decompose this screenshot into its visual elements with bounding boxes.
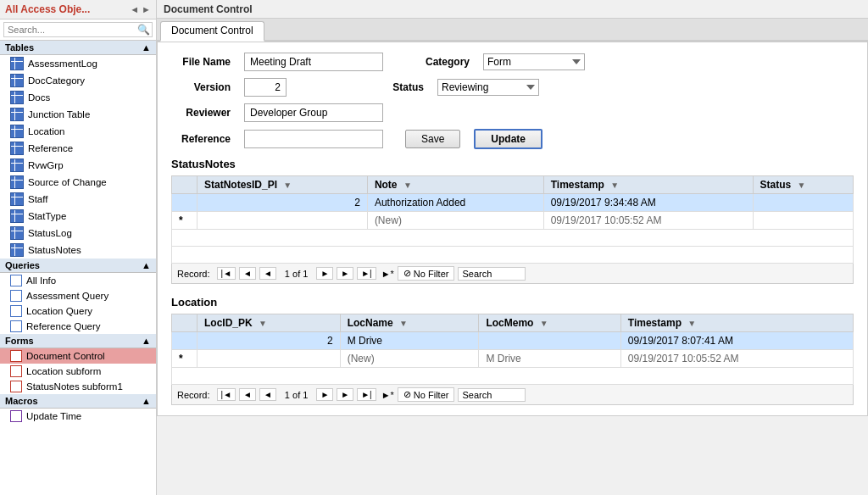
nav-next-btn2[interactable]: ► <box>337 267 353 280</box>
reviewer-label: Reviewer <box>171 107 231 119</box>
sidebar-item-statuslog[interactable]: StatusLog <box>0 225 156 242</box>
section-queries: Queries ▲ <box>0 259 156 273</box>
sidebar-item-statusnotessubform[interactable]: StatusNotes subform1 <box>0 379 156 394</box>
sidebar-item-doccategory[interactable]: DocCategory <box>0 72 156 89</box>
sidebar-item-documentcontrol[interactable]: Document Control <box>0 348 156 364</box>
file-name-label: File Name <box>171 56 231 68</box>
version-input[interactable] <box>244 78 287 97</box>
cell-note: Authorization Added <box>367 194 543 212</box>
sidebar-item-docs[interactable]: Docs <box>0 89 156 106</box>
sidebar-item-label: All Info <box>26 275 56 286</box>
sidebar-item-updatetime[interactable]: Update Time <box>0 409 156 424</box>
col-loc-indicator <box>172 314 198 332</box>
queries-list: All Info Assessment Query Location Query… <box>0 273 156 334</box>
status-select[interactable]: Reviewing Approved Pending Rejected <box>437 79 539 96</box>
sidebar-item-stattype[interactable]: StatType <box>0 208 156 225</box>
sidebar-item-locationquery[interactable]: Location Query <box>0 303 156 319</box>
sidebar-item-sourceofchange[interactable]: Source of Change <box>0 174 156 191</box>
row-reviewer: Reviewer <box>171 103 854 122</box>
nav-next-btn2[interactable]: ► <box>337 388 353 401</box>
sort-icon: ▼ <box>610 181 619 190</box>
sidebar-header: All Access Obje... ◄ ► <box>0 0 156 19</box>
statusnotes-nav-bar: Record: |◄ ◄ ◄ 1 of 1 ► ► ►| ►* ⊘ No Fil… <box>171 264 854 284</box>
tables-collapse-icon[interactable]: ▲ <box>142 42 151 53</box>
table-row[interactable]: * (New) 09/19/2017 10:05:52 AM <box>172 212 854 230</box>
col-loc-id[interactable]: LocID_PK ▼ <box>198 314 341 332</box>
nav-last-btn[interactable]: ►| <box>357 267 376 280</box>
cell-note: (New) <box>367 212 543 230</box>
file-name-input[interactable] <box>244 53 383 71</box>
form-icon <box>10 365 22 377</box>
filter-button[interactable]: ⊘ No Filter <box>398 266 455 281</box>
tab-strip: Document Control <box>157 19 868 42</box>
query-icon <box>10 305 22 317</box>
sidebar-item-staff[interactable]: Staff <box>0 191 156 208</box>
table-icon <box>10 159 24 172</box>
search-input[interactable] <box>3 22 153 37</box>
col-loc-name[interactable]: LocName ▼ <box>340 314 479 332</box>
queries-collapse-icon[interactable]: ▲ <box>142 260 151 270</box>
nav-next-btn[interactable]: ► <box>316 267 333 280</box>
col-statnotes-pk[interactable]: StatNotesID_PI ▼ <box>198 176 368 194</box>
table-row[interactable]: 2 Authorization Added 09/19/2017 9:34:48… <box>172 194 854 212</box>
table-icon <box>10 108 24 121</box>
sidebar-item-assessmentlog[interactable]: AssessmentLog <box>0 55 156 72</box>
nav-search-input[interactable] <box>458 388 526 402</box>
sidebar-item-label: DocCategory <box>28 75 85 86</box>
sidebar-item-referencequery[interactable]: Reference Query <box>0 319 156 334</box>
reviewer-input[interactable] <box>244 103 383 122</box>
cell-loc-timestamp: 09/19/2017 8:07:41 AM <box>620 332 853 350</box>
table-row[interactable]: * (New) M Drive 09/19/2017 10:05:52 AM <box>172 350 854 368</box>
col-statnotes-id <box>172 176 198 194</box>
col-note[interactable]: Note ▼ <box>367 176 543 194</box>
reference-label: Reference <box>171 133 231 145</box>
forms-collapse-icon[interactable]: ▲ <box>142 336 151 346</box>
sidebar-item-assessmentquery[interactable]: Assessment Query <box>0 288 156 303</box>
sidebar-search-container: 🔍 <box>0 19 156 41</box>
col-loc-timestamp[interactable]: Timestamp ▼ <box>620 314 853 332</box>
sidebar-item-statusnotes[interactable]: StatusNotes <box>0 242 156 259</box>
macro-icon <box>10 410 22 422</box>
sidebar-item-label: AssessmentLog <box>28 58 97 69</box>
sidebar-item-label: StatusNotes subform1 <box>26 381 123 392</box>
update-button[interactable]: Update <box>474 129 542 149</box>
reference-input[interactable] <box>244 130 383 148</box>
status-select-wrapper: Reviewing Approved Pending Rejected <box>437 79 539 96</box>
cell-loc-name: (New) <box>340 350 479 368</box>
save-button[interactable]: Save <box>405 130 460 148</box>
sidebar-item-allinfo[interactable]: All Info <box>0 273 156 288</box>
nav-prev-btn[interactable]: ◄ <box>239 388 256 401</box>
macros-label: Macros <box>5 396 38 406</box>
filter-icon: ⊘ <box>403 389 411 400</box>
nav-prev-btn2[interactable]: ◄ <box>259 267 276 280</box>
col-loc-memo[interactable]: LocMemo ▼ <box>479 314 620 332</box>
nav-prev-btn[interactable]: ◄ <box>239 267 256 280</box>
sidebar-item-location[interactable]: Location <box>0 123 156 140</box>
statusnotes-table: StatNotesID_PI ▼ Note ▼ Timestamp ▼ Stat… <box>171 175 854 264</box>
nav-last-btn[interactable]: ►| <box>357 388 376 401</box>
tab-document-control[interactable]: Document Control <box>160 21 264 42</box>
statusnotes-header-row: StatNotesID_PI ▼ Note ▼ Timestamp ▼ Stat… <box>172 176 854 194</box>
category-select-wrapper: Form Document Spreadsheet Other <box>483 53 585 70</box>
table-row-empty <box>172 247 854 264</box>
table-icon <box>10 226 24 240</box>
nav-next-btn[interactable]: ► <box>316 388 333 401</box>
sidebar-item-reference[interactable]: Reference <box>0 140 156 157</box>
col-status[interactable]: Status ▼ <box>753 176 853 194</box>
table-icon <box>10 74 24 87</box>
category-select[interactable]: Form Document Spreadsheet Other <box>483 53 585 70</box>
nav-prev-btn2[interactable]: ◄ <box>259 388 276 401</box>
sidebar-item-rvwgrp[interactable]: RvwGrp <box>0 157 156 174</box>
filter-button[interactable]: ⊘ No Filter <box>398 387 455 402</box>
nav-first-btn[interactable]: |◄ <box>217 388 236 401</box>
sidebar-item-label: Source of Change <box>28 177 107 187</box>
table-row[interactable]: 2 M Drive 09/19/2017 8:07:41 AM <box>172 332 854 350</box>
tab-label: Document Control <box>171 25 253 36</box>
col-timestamp[interactable]: Timestamp ▼ <box>543 176 753 194</box>
nav-first-btn[interactable]: |◄ <box>217 267 236 280</box>
sidebar-item-label: Reference <box>28 143 73 153</box>
macros-collapse-icon[interactable]: ▲ <box>142 396 151 406</box>
sidebar-item-locationsubform[interactable]: Location subform <box>0 364 156 379</box>
nav-search-input[interactable] <box>458 267 526 281</box>
sidebar-item-junctiontable[interactable]: Junction Table <box>0 106 156 123</box>
